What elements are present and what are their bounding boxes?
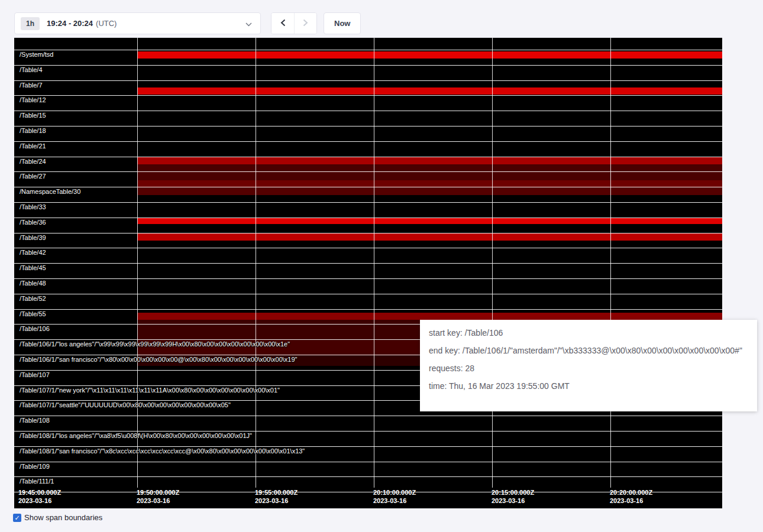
span-row: /Table/4 xyxy=(14,65,722,80)
show-span-boundaries-label: Show span boundaries xyxy=(24,513,102,522)
span-label: /Table/52 xyxy=(20,295,46,302)
span-label: /Table/107/1/"new york"/"\x11\x11\x11\x1… xyxy=(20,387,280,394)
rows-layer: /System/tsd/Table/4/Table/7/Table/12/Tab… xyxy=(14,50,722,492)
x-axis-tick: 20:10:00.000Z2023-03-16 xyxy=(373,488,416,505)
time-range-label: 19:24 - 20:24 xyxy=(47,19,93,28)
span-label: /Table/42 xyxy=(20,249,46,256)
tooltip-end-key: end key: /Table/106/1/"amsterdam"/"\xb33… xyxy=(429,346,748,355)
span-label: /Table/15 xyxy=(20,112,46,119)
span-label: /Table/48 xyxy=(20,280,46,287)
span-row: /Table/12 xyxy=(14,95,722,111)
span-row: /Table/45 xyxy=(14,263,722,278)
span-row: /Table/108/1/"san francisco"/"\x8c\xcc\x… xyxy=(14,446,722,462)
tooltip: start key: /Table/106 end key: /Table/10… xyxy=(420,320,757,411)
span-row: /Table/27 xyxy=(14,171,722,187)
keyvis-canvas[interactable]: /System/tsd/Table/4/Table/7/Table/12/Tab… xyxy=(14,37,722,508)
span-label: /Table/107/1/"seattle"/"UUUUUUD\x00\x80\… xyxy=(20,401,231,408)
show-span-boundaries-checkbox[interactable]: ✓ xyxy=(13,514,21,522)
span-label: /Table/4 xyxy=(20,66,43,73)
prev-time-button[interactable] xyxy=(271,13,294,34)
span-label: /Table/108 xyxy=(20,417,50,424)
span-label: /Table/106/1/"san francisco"/"\x80\x00\x… xyxy=(20,356,298,363)
span-label: /Table/12 xyxy=(20,96,46,103)
span-label: /Table/107 xyxy=(20,371,50,378)
span-row: /Table/109 xyxy=(14,462,722,477)
span-row: /Table/48 xyxy=(14,278,722,294)
span-label: /Table/45 xyxy=(20,264,46,271)
span-label: /Table/111/1 xyxy=(20,478,54,485)
span-label: /Table/109 xyxy=(20,463,50,470)
time-range-selector[interactable]: 1h 19:24 - 20:24 (UTC) xyxy=(14,12,261,34)
timezone-label: (UTC) xyxy=(96,19,117,28)
tooltip-start-key: start key: /Table/106 xyxy=(429,328,748,338)
span-row: /Table/108/1/"los angeles"/"\xa8\xf5\u00… xyxy=(14,431,722,446)
span-row: /NamespaceTable/30 xyxy=(14,187,722,202)
now-button[interactable]: Now xyxy=(324,12,361,34)
span-row: /Table/39 xyxy=(14,233,722,248)
span-label: /Table/36 xyxy=(20,219,46,226)
span-row: /Table/36 xyxy=(14,218,722,233)
span-label: /Table/106 xyxy=(20,325,50,332)
footer: ✓ Show span boundaries xyxy=(13,513,763,522)
tooltip-time: time: Thu, 16 Mar 2023 19:55:00 GMT xyxy=(429,381,748,391)
span-label: /Table/55 xyxy=(20,310,46,317)
span-row: /Table/108 xyxy=(14,416,722,431)
span-row: /Table/24 xyxy=(14,157,722,172)
span-label: /Table/7 xyxy=(20,82,43,89)
span-label: /NamespaceTable/30 xyxy=(20,188,80,195)
chevron-right-icon xyxy=(303,19,308,28)
x-axis: 19:45:00.000Z2023-03-1619:50:00.000Z2023… xyxy=(14,488,722,506)
span-label: /Table/18 xyxy=(20,127,46,134)
span-row: /Table/52 xyxy=(14,294,722,309)
span-label: /Table/33 xyxy=(20,203,46,210)
duration-badge: 1h xyxy=(21,17,40,30)
chevron-left-icon xyxy=(280,19,286,28)
span-row: /Table/21 xyxy=(14,141,722,157)
span-label: /Table/108/1/"los angeles"/"\xa8\xf5\u00… xyxy=(20,432,252,439)
x-axis-tick: 19:45:00.000Z2023-03-16 xyxy=(18,488,61,505)
span-row: /Table/15 xyxy=(14,111,722,126)
chevron-down-icon xyxy=(245,18,252,29)
span-label: /Table/39 xyxy=(20,234,46,241)
time-nav-group xyxy=(271,12,317,34)
span-label: /Table/108/1/"san francisco"/"\x8c\xcc\x… xyxy=(20,447,305,455)
tooltip-requests: requests: 28 xyxy=(429,364,748,373)
span-label: /Table/27 xyxy=(20,173,46,180)
next-time-button[interactable] xyxy=(294,13,316,34)
x-axis-tick: 19:50:00.000Z2023-03-16 xyxy=(137,488,179,505)
toolbar: 1h 19:24 - 20:24 (UTC) Now xyxy=(0,0,763,34)
x-axis-tick: 20:15:00.000Z2023-03-16 xyxy=(492,488,534,505)
span-row: /Table/42 xyxy=(14,248,722,263)
span-row: /Table/33 xyxy=(14,202,722,218)
span-row: /Table/18 xyxy=(14,126,722,141)
x-axis-tick: 19:55:00.000Z2023-03-16 xyxy=(255,488,298,505)
span-row: /System/tsd xyxy=(14,50,722,65)
checkmark-icon: ✓ xyxy=(14,514,20,521)
span-label: /System/tsd xyxy=(20,51,53,58)
span-label: /Table/21 xyxy=(20,142,46,150)
x-axis-tick: 20:20:00.000Z2023-03-16 xyxy=(610,488,652,505)
span-row: /Table/7 xyxy=(14,80,722,96)
span-label: /Table/106/1/"los angeles"/"\x99\x99\x99… xyxy=(20,340,290,348)
span-label: /Table/24 xyxy=(20,158,46,165)
